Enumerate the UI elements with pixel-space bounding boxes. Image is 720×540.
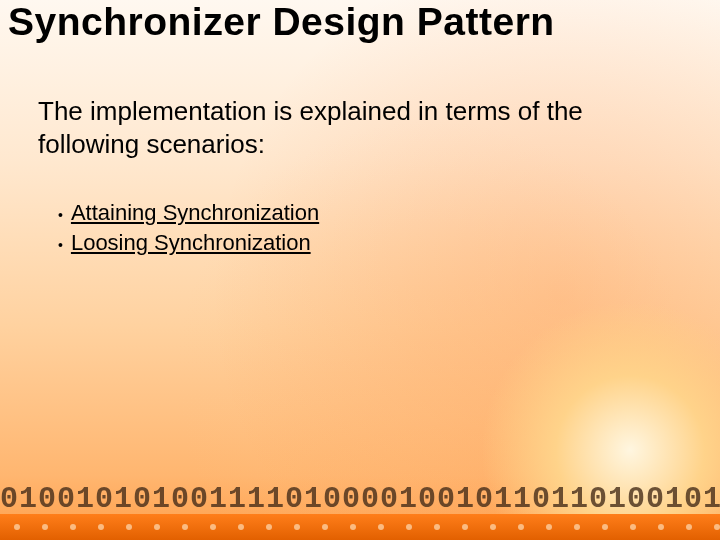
binary-decoration: 01001010100111101000010010110110100101 1… bbox=[0, 482, 720, 514]
slide-title: Synchronizer Design Pattern bbox=[8, 0, 555, 44]
bullet-icon: • bbox=[58, 204, 63, 226]
footer-strip bbox=[0, 514, 720, 540]
dot-row bbox=[14, 524, 720, 530]
bullet-label: Attaining Synchronization bbox=[71, 200, 319, 226]
list-item: • Attaining Synchronization bbox=[58, 200, 319, 226]
slide: Synchronizer Design Pattern The implemen… bbox=[0, 0, 720, 540]
binary-big-text: 01001010100111101000010010110110100101 bbox=[0, 482, 720, 514]
bullet-label: Loosing Synchronization bbox=[71, 230, 311, 256]
list-item: • Loosing Synchronization bbox=[58, 230, 319, 256]
intro-text: The implementation is explained in terms… bbox=[38, 95, 690, 160]
bullet-icon: • bbox=[58, 234, 63, 256]
bullet-list: • Attaining Synchronization • Loosing Sy… bbox=[58, 200, 319, 260]
